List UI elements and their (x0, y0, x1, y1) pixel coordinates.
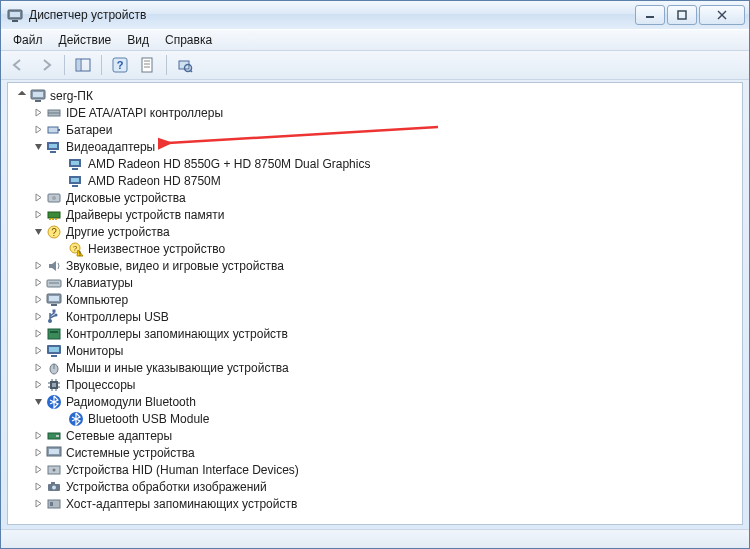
menubar: Файл Действие Вид Справка (1, 29, 749, 51)
tree-item-disk[interactable]: Дисковые устройства (10, 189, 740, 206)
tree-item-label: Контроллеры USB (66, 310, 169, 324)
window-buttons (635, 5, 745, 25)
tree-item-other-devices[interactable]: ? Другие устройства (10, 223, 740, 240)
bluetooth-icon (46, 394, 62, 410)
svg-rect-25 (58, 129, 60, 131)
tree-item-hid[interactable]: Устройства HID (Human Interface Devices) (10, 461, 740, 478)
svg-rect-53 (53, 309, 56, 312)
svg-text:?: ? (51, 227, 57, 238)
svg-rect-54 (48, 329, 60, 339)
tree-item-video-device[interactable]: AMD Radeon HD 8550G + HD 8750M Dual Grap… (10, 155, 740, 172)
forward-button[interactable] (33, 53, 59, 77)
menu-file[interactable]: Файл (5, 31, 51, 49)
menu-help[interactable]: Справка (157, 31, 220, 49)
device-tree[interactable]: serg-ПК IDE ATA/ATAPI контроллеры Батаре… (8, 83, 742, 525)
tree-item-video-device[interactable]: AMD Radeon HD 8750M (10, 172, 740, 189)
expand-icon[interactable] (32, 328, 44, 340)
svg-rect-76 (49, 449, 59, 454)
tree-item-usb-controllers[interactable]: Контроллеры USB (10, 308, 740, 325)
separator (166, 55, 167, 75)
properties-button[interactable] (135, 53, 161, 77)
tree-item-label: Дисковые устройства (66, 191, 186, 205)
expand-icon[interactable] (32, 362, 44, 374)
minimize-button[interactable] (635, 5, 665, 25)
svg-rect-24 (48, 127, 58, 133)
tree-item-monitors[interactable]: Мониторы (10, 342, 740, 359)
expand-icon[interactable] (32, 379, 44, 391)
tree-item-ide[interactable]: IDE ATA/ATAPI контроллеры (10, 104, 740, 121)
expand-icon[interactable] (32, 124, 44, 136)
expand-icon[interactable] (32, 107, 44, 119)
tree-item-label: Системные устройства (66, 446, 195, 460)
menu-action[interactable]: Действие (51, 31, 120, 49)
battery-icon (46, 122, 62, 138)
tree-item-processors[interactable]: Процессоры (10, 376, 740, 393)
expand-icon[interactable] (32, 447, 44, 459)
collapse-icon[interactable] (32, 396, 44, 408)
maximize-button[interactable] (667, 5, 697, 25)
toolbar: ? (1, 51, 749, 80)
tree-item-bluetooth[interactable]: Радиомодули Bluetooth (10, 393, 740, 410)
tree-item-network[interactable]: Сетевые адаптеры (10, 427, 740, 444)
svg-rect-28 (50, 151, 56, 153)
svg-rect-39 (52, 218, 54, 220)
tree-item-label: Звуковые, видео и игровые устройства (66, 259, 284, 273)
svg-rect-38 (49, 218, 51, 220)
expand-icon[interactable] (32, 498, 44, 510)
expand-icon[interactable] (32, 464, 44, 476)
display-adapter-icon (68, 173, 84, 189)
tree-item-computer[interactable]: Компьютер (10, 291, 740, 308)
expand-icon[interactable] (32, 311, 44, 323)
tree-item-label: Другие устройства (66, 225, 170, 239)
imaging-device-icon (46, 479, 62, 495)
back-button[interactable] (5, 53, 31, 77)
menu-view[interactable]: Вид (119, 31, 157, 49)
expand-icon[interactable] (32, 277, 44, 289)
collapse-icon[interactable] (32, 226, 44, 238)
tree-item-storage-controllers[interactable]: Контроллеры запоминающих устройств (10, 325, 740, 342)
tree-item-bluetooth-device[interactable]: Bluetooth USB Module (10, 410, 740, 427)
close-button[interactable] (699, 5, 745, 25)
expand-icon[interactable] (32, 260, 44, 272)
svg-rect-83 (50, 502, 53, 506)
tree-item-label: Мыши и иные указывающие устройства (66, 361, 289, 375)
tree-item-label: Хост-адаптеры запоминающих устройств (66, 497, 297, 511)
expand-icon[interactable] (32, 192, 44, 204)
tree-item-label: Радиомодули Bluetooth (66, 395, 196, 409)
monitor-icon (46, 343, 62, 359)
tree-item-label: Компьютер (66, 293, 128, 307)
svg-rect-27 (49, 144, 57, 148)
tree-item-keyboards[interactable]: Клавиатуры (10, 274, 740, 291)
svg-rect-40 (55, 218, 57, 220)
tree-item-host-storage[interactable]: Хост-адаптеры запоминающих устройств (10, 495, 740, 512)
tree-item-label: Батареи (66, 123, 112, 137)
tree-item-label: AMD Radeon HD 8750M (88, 174, 221, 188)
expand-icon[interactable] (32, 430, 44, 442)
expand-icon[interactable] (32, 294, 44, 306)
svg-rect-9 (77, 60, 80, 70)
show-hide-console-tree-button[interactable] (70, 53, 96, 77)
svg-rect-31 (72, 168, 78, 170)
tree-item-unknown-device[interactable]: ? ! Неизвестное устройство (10, 240, 740, 257)
collapse-icon[interactable] (16, 90, 28, 102)
host-adapter-icon (46, 496, 62, 512)
scan-hardware-button[interactable] (172, 53, 198, 77)
tree-item-system[interactable]: Системные устройства (10, 444, 740, 461)
tree-item-label: Неизвестное устройство (88, 242, 225, 256)
expand-icon[interactable] (32, 481, 44, 493)
svg-rect-58 (51, 355, 57, 357)
tree-item-batteries[interactable]: Батареи (10, 121, 740, 138)
help-button[interactable]: ? (107, 53, 133, 77)
tree-item-sound[interactable]: Звуковые, видео и игровые устройства (10, 257, 740, 274)
collapse-icon[interactable] (32, 141, 44, 153)
svg-rect-49 (49, 296, 59, 301)
tree-root[interactable]: serg-ПК (10, 87, 740, 104)
computer-icon (30, 88, 46, 104)
tree-item-imaging[interactable]: Устройства обработки изображений (10, 478, 740, 495)
svg-rect-50 (51, 304, 57, 306)
tree-item-mice[interactable]: Мыши и иные указывающие устройства (10, 359, 740, 376)
expand-icon[interactable] (32, 209, 44, 221)
tree-item-memory-drivers[interactable]: Драйверы устройств памяти (10, 206, 740, 223)
expand-icon[interactable] (32, 345, 44, 357)
tree-item-video-adapters[interactable]: Видеоадаптеры (10, 138, 740, 155)
